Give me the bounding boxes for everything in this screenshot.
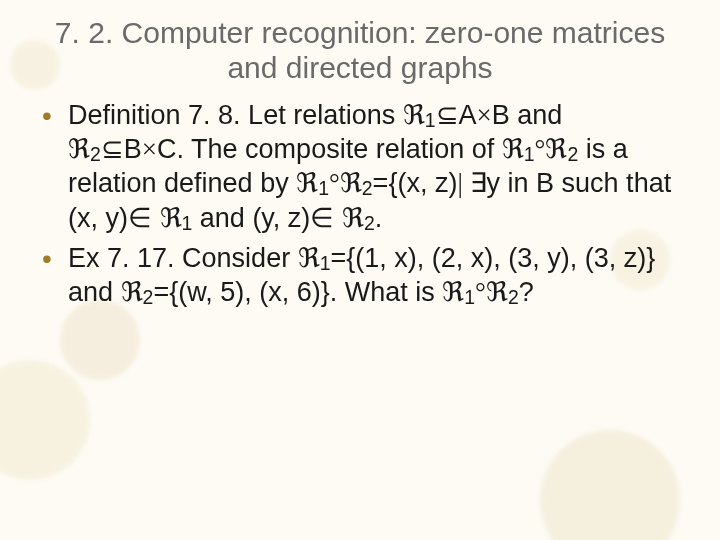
relation-symbol: ℜ: [68, 134, 90, 164]
subscript-2: 2: [508, 286, 519, 308]
relation-symbol: ℜ: [340, 168, 362, 198]
set-C: C: [157, 134, 177, 164]
set-A: A: [459, 100, 477, 130]
relation-symbol: ℜ: [160, 203, 182, 233]
text: [152, 203, 160, 233]
text: Let relations: [241, 100, 403, 130]
compose-symbol: °: [329, 168, 340, 198]
text: The composite relation of: [191, 134, 502, 164]
subscript-1: 1: [320, 252, 331, 274]
exists-symbol: ∃: [463, 168, 487, 198]
definition-label: Definition 7. 8.: [68, 100, 241, 130]
element-of-symbol: ∈: [310, 203, 334, 233]
subscript-2: 2: [567, 144, 578, 166]
relation-symbol: ℜ: [486, 277, 508, 307]
bg-blob: [0, 360, 90, 480]
equals: =: [330, 243, 346, 273]
bullet-example: Ex 7. 17. Consider ℜ1={(1, x), (2, x), (…: [38, 242, 678, 310]
set-B: B: [124, 134, 142, 164]
text: Consider: [175, 243, 298, 273]
bg-blob: [60, 300, 140, 380]
relation-symbol: ℜ: [545, 134, 567, 164]
relation-symbol: ℜ: [296, 168, 318, 198]
text: .: [330, 277, 345, 307]
equals: =: [373, 168, 389, 198]
subscript-1: 1: [318, 178, 329, 200]
subscript-1: 1: [425, 109, 436, 131]
example-label: Ex 7. 17.: [68, 243, 175, 273]
compose-symbol: °: [475, 277, 486, 307]
subscript-1: 1: [464, 286, 475, 308]
bullet-definition: Definition 7. 8. Let relations ℜ1⊆A×B an…: [38, 99, 678, 236]
times-symbol: ×: [142, 134, 157, 164]
slide-body: Definition 7. 8. Let relations ℜ1⊆A×B an…: [36, 99, 684, 310]
set-R1: {(1, x), (2, x), (3, y), (3, z)}: [346, 243, 655, 273]
subset-symbol: ⊆: [436, 100, 459, 130]
relation-symbol: ℜ: [121, 277, 143, 307]
subscript-2: 2: [143, 286, 154, 308]
text: and: [510, 100, 563, 130]
text: and: [68, 277, 121, 307]
subscript-2: 2: [362, 178, 373, 200]
question-mark: ?: [519, 277, 534, 307]
subscript-2: 2: [364, 212, 375, 234]
text: What is: [345, 277, 443, 307]
relation-symbol: ℜ: [502, 134, 524, 164]
text: [334, 203, 342, 233]
compose-symbol: °: [535, 134, 546, 164]
subscript-1: 1: [182, 212, 193, 234]
element-of-symbol: ∈: [128, 203, 152, 233]
text: .: [375, 203, 383, 233]
subscript-2: 2: [90, 144, 101, 166]
relation-symbol: ℜ: [342, 203, 364, 233]
slide: 7. 2. Computer recognition: zero-one mat…: [0, 0, 720, 540]
subscript-1: 1: [524, 144, 535, 166]
slide-title: 7. 2. Computer recognition: zero-one mat…: [36, 16, 684, 85]
text: .: [177, 134, 192, 164]
relation-symbol: ℜ: [442, 277, 464, 307]
equals: =: [153, 277, 169, 307]
pair-xz: (x, z): [397, 168, 457, 198]
bg-blob: [540, 430, 680, 540]
set-R2: {(w, 5), (x, 6)}: [169, 277, 330, 307]
times-symbol: ×: [477, 100, 492, 130]
text: and (y, z): [192, 203, 310, 233]
relation-symbol: ℜ: [403, 100, 425, 130]
subset-symbol: ⊆: [101, 134, 124, 164]
relation-symbol: ℜ: [298, 243, 320, 273]
set-B: B: [492, 100, 510, 130]
